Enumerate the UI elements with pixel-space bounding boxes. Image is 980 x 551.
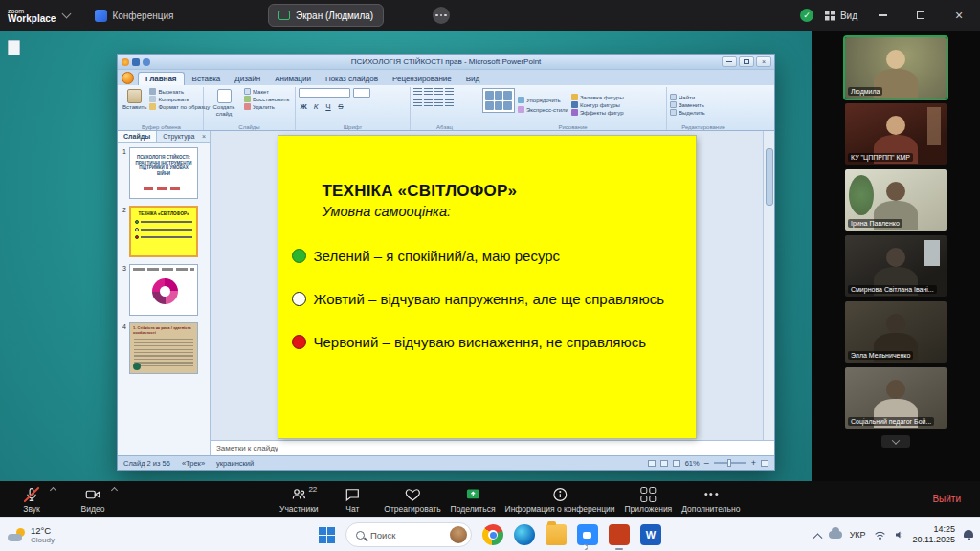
strikethrough-button[interactable]: S (336, 102, 345, 111)
select-button[interactable]: Выделить (670, 109, 705, 116)
current-slide[interactable]: ТЕХНІКА «СВІТЛОФОР» Умовна самооцінка: З… (278, 136, 696, 438)
bullets-button[interactable] (413, 88, 422, 96)
powerpoint-app-icon[interactable] (609, 524, 630, 545)
participant-tile[interactable]: Смирнова Світлана Івані... (845, 235, 947, 297)
font-name-combobox[interactable] (299, 88, 350, 98)
tab-insert[interactable]: Вставка (186, 73, 228, 85)
share-button[interactable]: Поделиться (451, 485, 496, 514)
tab-design[interactable]: Дизайн (228, 73, 267, 85)
numbering-button[interactable] (424, 88, 433, 96)
audio-button[interactable]: Звук (10, 485, 54, 514)
language-indicator[interactable]: УКР (850, 530, 866, 540)
taskbar-search[interactable]: Поиск (345, 522, 472, 547)
collapse-participants-button[interactable] (881, 435, 910, 448)
reset-button[interactable]: Восстановить (244, 96, 289, 102)
slide-sorter-button[interactable] (660, 460, 668, 467)
copy-button[interactable]: Копировать (149, 96, 210, 102)
normal-view-button[interactable] (648, 460, 656, 467)
slideshow-button[interactable] (673, 460, 680, 467)
apps-button[interactable]: Приложения (624, 485, 672, 514)
indent-decrease-button[interactable] (434, 88, 443, 96)
scrollbar-thumb[interactable] (766, 148, 773, 206)
office-button[interactable] (122, 72, 134, 84)
notes-pane[interactable]: Заметки к слайду (211, 440, 774, 455)
language-indicator[interactable]: украинский (216, 459, 254, 468)
arrange-button[interactable]: Упорядочить (518, 97, 568, 103)
weather-widget[interactable]: 12°C Cloudy (8, 518, 55, 551)
leave-button[interactable]: Выйти (932, 494, 970, 504)
justify-button[interactable] (445, 99, 454, 107)
clock[interactable]: 14:25 20.11.2025 (913, 524, 955, 546)
volume-icon[interactable] (894, 529, 905, 540)
italic-button[interactable]: К (311, 102, 321, 111)
close-button[interactable] (946, 0, 972, 31)
tab-home[interactable]: Главная (138, 72, 185, 85)
align-right-button[interactable] (434, 99, 443, 107)
cut-button[interactable]: Вырезать (149, 88, 210, 95)
maximize-button[interactable] (907, 0, 934, 31)
slide-thumbnail-4[interactable]: 4 1. Стійкість як риса / здатність особи… (120, 322, 208, 374)
font-size-combobox[interactable] (353, 88, 370, 98)
chrome-icon[interactable] (482, 524, 503, 545)
underline-button[interactable]: Ч (323, 102, 333, 111)
react-button[interactable]: Отреагировать (384, 485, 440, 514)
tab-animations[interactable]: Анимации (268, 73, 318, 85)
tab-shared-screen[interactable]: Экран (Людмила) (268, 4, 384, 27)
tab-review[interactable]: Рецензирование (386, 73, 458, 85)
shape-fill-button[interactable]: Заливка фигуры (571, 94, 624, 100)
format-painter-button[interactable]: Формат по образцу (149, 103, 210, 110)
tab-view[interactable]: Вид (459, 73, 486, 85)
bold-button[interactable]: Ж (299, 102, 308, 111)
video-options-caret[interactable] (111, 486, 118, 493)
file-explorer-icon[interactable] (546, 524, 567, 545)
slides-tab[interactable]: Слайды (118, 131, 157, 142)
slide-thumbnail-1[interactable]: 1 ПСИХОЛОГІЯ СТІЙКОСТІ: ПРАКТИЧНІ ІНСТРУ… (120, 147, 208, 199)
view-button[interactable]: Вид (825, 11, 858, 21)
audio-options-caret[interactable] (50, 486, 56, 493)
desktop-shortcut-icon[interactable] (8, 40, 20, 55)
onedrive-icon[interactable] (829, 531, 842, 539)
pane-close-icon[interactable] (202, 133, 210, 140)
replace-button[interactable]: Заменить (670, 101, 705, 108)
video-button[interactable]: Видео (71, 485, 115, 514)
meeting-info-button[interactable]: Информация о конференции (505, 485, 615, 514)
more-button[interactable]: Дополнительно (681, 485, 740, 514)
zoom-slider[interactable] (714, 462, 746, 464)
outline-tab[interactable]: Структура (157, 131, 200, 142)
zoom-in-button[interactable]: + (751, 459, 756, 468)
minimize-button[interactable] (869, 0, 896, 31)
fit-to-window-button[interactable] (761, 460, 768, 467)
zoom-out-button[interactable]: – (704, 459, 709, 468)
align-center-button[interactable] (424, 99, 433, 107)
security-shield-icon[interactable] (800, 9, 813, 22)
slide-thumbnail-3[interactable]: 3 (120, 264, 208, 316)
participant-tile[interactable]: Элла Мельниченко (845, 301, 947, 363)
chevron-down-icon[interactable] (62, 10, 72, 19)
slide-canvas[interactable]: ТЕХНІКА «СВІТЛОФОР» Умовна самооцінка: З… (211, 131, 763, 440)
tab-slideshow[interactable]: Показ слайдов (319, 73, 385, 85)
slide-thumbnail-2[interactable]: 2 ТЕХНІКА «СВІТЛОФОР» (120, 206, 208, 257)
tray-expand-icon[interactable] (813, 533, 822, 542)
vertical-scrollbar[interactable] (763, 131, 774, 440)
chat-button[interactable]: Чат (330, 485, 374, 514)
notification-bell-icon[interactable] (963, 529, 974, 540)
tab-conference[interactable]: Конференция (95, 10, 173, 22)
participant-tile[interactable]: Людмила (845, 37, 947, 99)
paste-button[interactable]: Вставить (122, 88, 146, 121)
tab-more-button[interactable] (433, 7, 450, 24)
shape-effects-button[interactable]: Эффекты фигур (571, 109, 624, 116)
indent-increase-button[interactable] (445, 88, 454, 96)
participant-tile[interactable]: КУ "ЦППРПП" КМР (845, 103, 947, 165)
find-button[interactable]: Найти (670, 94, 705, 100)
edge-icon[interactable] (514, 524, 535, 545)
new-slide-button[interactable]: Создать слайд (207, 88, 241, 121)
delete-button[interactable]: Удалить (244, 103, 289, 110)
participants-button[interactable]: 22 Участники (277, 485, 321, 514)
shapes-gallery[interactable] (482, 88, 515, 113)
start-button[interactable] (319, 527, 335, 543)
layout-button[interactable]: Макет (244, 88, 289, 95)
participant-tile[interactable]: Соціальний педагог Бой... (845, 367, 947, 429)
word-app-icon[interactable] (640, 524, 661, 545)
shape-outline-button[interactable]: Контур фигуры (571, 101, 624, 108)
zoom-app-icon[interactable] (577, 524, 598, 545)
